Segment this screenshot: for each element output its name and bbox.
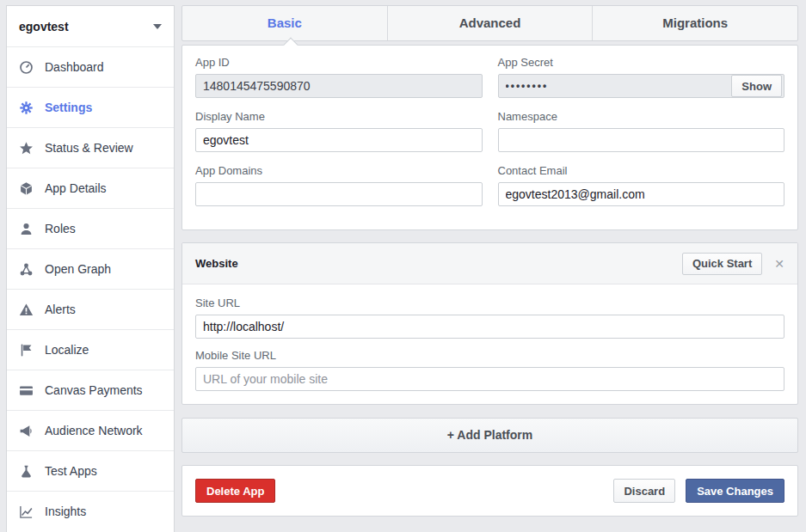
site-url-label: Site URL: [195, 297, 784, 309]
discard-button[interactable]: Discard: [613, 479, 675, 503]
gauge-icon: [19, 60, 34, 75]
sidebar-item-label: Settings: [45, 101, 92, 114]
sidebar-item-dashboard[interactable]: Dashboard: [7, 46, 174, 87]
credit-card-icon: [19, 383, 34, 398]
contact-email-input[interactable]: [498, 182, 785, 206]
quick-start-button[interactable]: Quick Start: [682, 253, 762, 275]
megaphone-icon: [19, 424, 34, 438]
person-icon: [19, 222, 34, 236]
app-id-label: App ID: [195, 56, 483, 69]
app-id-input: [195, 74, 483, 98]
tab-migrations[interactable]: Migrations: [592, 6, 797, 40]
sidebar-item-canvas-payments[interactable]: Canvas Payments: [7, 370, 174, 410]
sidebar-item-label: Insights: [45, 504, 86, 518]
display-name-input[interactable]: [195, 128, 483, 152]
sidebar-item-status-review[interactable]: Status & Review: [7, 127, 174, 168]
app-domains-input[interactable]: [195, 182, 483, 206]
website-platform-panel: Website Quick Start ✕ Site URL Mobile Si…: [182, 242, 798, 405]
basic-settings-panel: App ID App Secret Show Display Name Name…: [182, 45, 798, 230]
mobile-site-url-input[interactable]: [195, 367, 784, 391]
chevron-down-icon: [153, 24, 162, 29]
sidebar-item-test-apps[interactable]: Test Apps: [7, 450, 174, 491]
gear-icon: [19, 101, 34, 115]
sidebar: egovtest Dashboard Settings Status & Rev…: [6, 5, 175, 532]
star-icon: [19, 141, 34, 156]
app-secret-label: App Secret: [498, 56, 785, 69]
flag-icon: [19, 343, 34, 358]
sidebar-item-label: Canvas Payments: [45, 383, 143, 397]
contact-email-label: Contact Email: [498, 164, 785, 177]
save-changes-button[interactable]: Save Changes: [686, 479, 784, 503]
sidebar-item-alerts[interactable]: Alerts: [7, 289, 174, 329]
sidebar-item-label: Localize: [45, 343, 89, 357]
sidebar-item-roles[interactable]: Roles: [7, 208, 174, 248]
add-platform-button[interactable]: + Add Platform: [182, 418, 798, 453]
show-secret-button[interactable]: Show: [731, 75, 782, 97]
main-content: Basic Advanced Migrations App ID App Sec…: [182, 5, 798, 517]
actions-panel: Delete App Discard Save Changes: [182, 465, 798, 517]
mobile-site-url-field: Mobile Site URL: [195, 349, 784, 391]
sidebar-item-app-details[interactable]: App Details: [7, 168, 174, 208]
sidebar-item-label: Status & Review: [45, 141, 133, 155]
namespace-input[interactable]: [498, 128, 785, 152]
sidebar-item-label: Dashboard: [45, 60, 104, 74]
warning-icon: [19, 303, 34, 317]
mobile-site-url-label: Mobile Site URL: [195, 349, 784, 362]
sidebar-item-label: Alerts: [45, 303, 76, 316]
app-domains-field: App Domains: [195, 164, 483, 206]
sidebar-item-localize[interactable]: Localize: [7, 329, 174, 370]
sidebar-item-audience-network[interactable]: Audience Network: [7, 410, 174, 450]
tab-advanced[interactable]: Advanced: [387, 6, 593, 40]
app-secret-field: App Secret Show: [498, 56, 785, 98]
sidebar-item-insights[interactable]: Insights: [7, 491, 174, 531]
flask-icon: [19, 464, 34, 479]
sidebar-item-label: Open Graph: [45, 262, 111, 276]
close-icon[interactable]: ✕: [774, 257, 784, 271]
display-name-label: Display Name: [195, 110, 483, 123]
website-panel-header: Website Quick Start ✕: [182, 243, 797, 284]
cube-icon: [19, 181, 34, 196]
share-graph-icon: [19, 262, 34, 277]
app-domains-label: App Domains: [195, 164, 483, 177]
chart-icon: [19, 504, 34, 519]
namespace-label: Namespace: [498, 110, 785, 123]
sidebar-item-label: Test Apps: [45, 464, 97, 478]
add-platform-label: + Add Platform: [447, 428, 532, 442]
app-name: egovtest: [19, 20, 69, 34]
tab-basic[interactable]: Basic: [182, 6, 387, 40]
contact-email-field: Contact Email: [498, 164, 785, 206]
settings-tab-bar: Basic Advanced Migrations: [182, 5, 798, 41]
website-title: Website: [195, 257, 238, 270]
app-id-field: App ID: [195, 56, 483, 98]
delete-app-button[interactable]: Delete App: [195, 479, 275, 503]
sidebar-item-open-graph[interactable]: Open Graph: [7, 248, 174, 289]
sidebar-item-label: Audience Network: [45, 424, 143, 437]
sidebar-item-label: Roles: [45, 222, 76, 235]
sidebar-item-settings[interactable]: Settings: [7, 87, 174, 127]
namespace-field: Namespace: [498, 110, 785, 152]
display-name-field: Display Name: [195, 110, 483, 152]
sidebar-item-label: App Details: [45, 181, 107, 195]
site-url-field: Site URL: [195, 297, 784, 339]
site-url-input[interactable]: [195, 315, 784, 339]
app-selector-dropdown[interactable]: egovtest: [7, 6, 174, 46]
